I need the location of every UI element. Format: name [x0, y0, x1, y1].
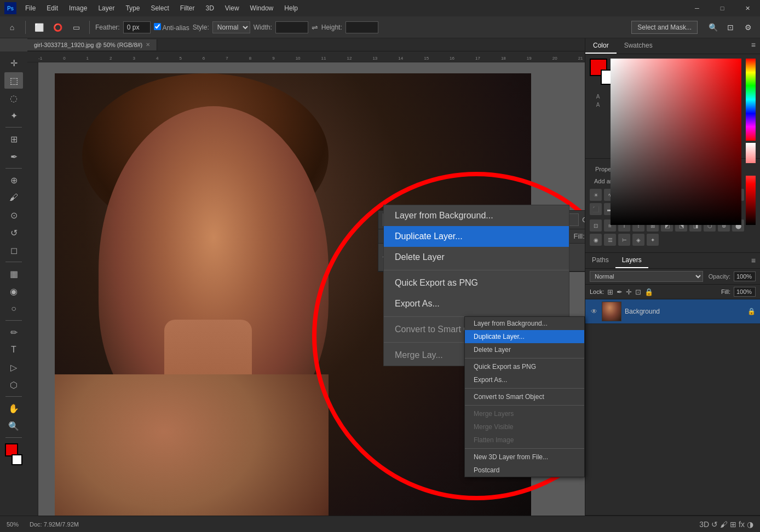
anti-alias-checkbox[interactable]	[154, 23, 161, 30]
ctx-duplicate-layer[interactable]: Duplicate Layer...	[465, 330, 584, 343]
tab-color[interactable]: Color	[585, 38, 617, 54]
menu-edit[interactable]: Edit	[42, 2, 62, 14]
menu-file[interactable]: File	[21, 2, 40, 14]
width-input[interactable]	[275, 21, 308, 33]
home-button[interactable]: ⌂	[4, 20, 20, 35]
lasso-tool[interactable]: ◌	[4, 90, 23, 106]
menu-window[interactable]: Window	[246, 2, 278, 14]
hue-bar[interactable]	[746, 59, 756, 141]
menu-type[interactable]: Type	[121, 2, 144, 14]
zoomed-delete-layer[interactable]: Delete Layer	[384, 247, 569, 268]
healing-brush-tool[interactable]: ⊕	[4, 172, 23, 188]
hand-tool[interactable]: ✋	[4, 400, 23, 417]
menu-filter[interactable]: Filter	[176, 2, 199, 14]
width-label: Width:	[254, 24, 272, 31]
crop-tool[interactable]: ⊞	[4, 131, 23, 147]
tab-swatches[interactable]: Swatches	[617, 38, 660, 54]
eraser-tool[interactable]: ◻	[4, 242, 23, 258]
lock-position-icon[interactable]: ✛	[626, 288, 632, 296]
ctx-layer-from-bg[interactable]: Layer from Background...	[465, 317, 584, 330]
move-tool[interactable]: ✛	[4, 55, 23, 71]
color-panel-menu[interactable]: ≡	[747, 38, 760, 54]
tool-presets-icon[interactable]: ⊞	[730, 520, 736, 529]
tab-paths[interactable]: Paths	[585, 253, 615, 268]
shape-tool[interactable]: ⬡	[4, 377, 23, 393]
lock-all-icon[interactable]: 🔒	[644, 288, 653, 296]
tab-layers[interactable]: Layers	[615, 253, 648, 268]
settings-button[interactable]: ⚙	[740, 20, 756, 35]
stamp-tool[interactable]: ⊙	[4, 207, 23, 223]
layers-blend-mode-select[interactable]: Normal	[590, 271, 703, 282]
marquee-rect-button[interactable]: ⬜	[31, 20, 47, 35]
arrange-button[interactable]: ⊡	[723, 20, 738, 35]
color-panel-tabs: Color Swatches ≡	[585, 38, 760, 54]
background-color[interactable]	[11, 454, 22, 465]
adj-icon-24[interactable]: ✦	[647, 234, 659, 246]
adjustments-icon[interactable]: ◑	[747, 520, 753, 529]
maximize-button[interactable]: □	[710, 0, 735, 16]
zoomed-layer-from-bg[interactable]: Layer from Background...	[384, 205, 569, 226]
ctx-quick-export[interactable]: Quick Export as PNG	[465, 360, 584, 373]
3d-icon[interactable]: 3D	[699, 520, 709, 529]
lock-paint-icon[interactable]: ✒	[617, 288, 623, 296]
brush-preset-icon[interactable]: 🖌	[720, 520, 728, 529]
dodge-tool[interactable]: ○	[4, 300, 23, 317]
brightness-adj-icon[interactable]: ☀	[590, 189, 602, 201]
background-layer-row[interactable]: 👁 Background 🔒	[585, 299, 760, 324]
path-selection-tool[interactable]: ▷	[4, 359, 23, 375]
adj-icon-23[interactable]: ◈	[632, 234, 644, 246]
color-picker-gradient[interactable]	[611, 59, 741, 225]
close-tab-icon[interactable]: ✕	[146, 42, 150, 48]
zoom-tool[interactable]: 🔍	[4, 418, 23, 434]
select-mask-button[interactable]: Select and Mask...	[631, 21, 698, 34]
ctx-export-as[interactable]: Export As...	[465, 373, 584, 386]
ctx-convert-smart[interactable]: Convert to Smart Object	[465, 390, 584, 403]
file-tab[interactable]: girl-3033718_1920.jpg @ 50% (RGB/8#) ✕	[27, 39, 157, 50]
ctx-delete-layer[interactable]: Delete Layer	[465, 343, 584, 356]
lock-artboard-icon[interactable]: ⊡	[635, 288, 641, 296]
lock-checkerboard-icon[interactable]: ⊞	[607, 288, 613, 296]
menu-layer[interactable]: Layer	[94, 2, 119, 14]
adj-icon-22[interactable]: ⊢	[618, 234, 630, 246]
fx-icon[interactable]: fx	[739, 520, 745, 529]
height-input[interactable]	[346, 21, 378, 33]
marquee-tool[interactable]: ⬚	[4, 72, 23, 89]
magic-wand-tool[interactable]: ✦	[4, 107, 23, 124]
minimize-button[interactable]: ─	[684, 0, 710, 16]
fill-input[interactable]	[734, 287, 756, 297]
menu-3d[interactable]: 3D	[201, 2, 218, 14]
blur-tool[interactable]: ◉	[4, 283, 23, 299]
zoomed-duplicate-layer[interactable]: Duplicate Layer...	[384, 226, 569, 247]
ctx-new-3d-layer[interactable]: New 3D Layer from File...	[465, 450, 584, 464]
layers-panel-menu[interactable]: ≡	[747, 253, 760, 268]
invert-adj-icon[interactable]: ⬛	[590, 203, 602, 215]
brush-tool[interactable]: 🖌	[4, 189, 23, 206]
adj-icon-21[interactable]: ☰	[604, 234, 616, 246]
opacity-input[interactable]	[734, 271, 756, 281]
adj-icon-20[interactable]: ◉	[590, 234, 602, 246]
menu-view[interactable]: View	[221, 2, 244, 14]
layer-visibility-eye[interactable]: 👁	[590, 307, 598, 316]
search-button[interactable]: 🔍	[705, 20, 721, 35]
text-tool[interactable]: T	[4, 342, 23, 358]
ctx-postcard[interactable]: Postcard	[465, 464, 584, 477]
pen-tool[interactable]: ✏	[4, 324, 23, 340]
marquee-round-button[interactable]: ⭕	[50, 20, 65, 35]
tool-separator-6	[5, 437, 22, 438]
menu-select[interactable]: Select	[146, 2, 173, 14]
style-select[interactable]: Normal	[212, 21, 250, 33]
zoomed-quick-export[interactable]: Quick Export as PNG	[384, 273, 569, 293]
menu-image[interactable]: Image	[65, 2, 91, 14]
marquee-row-button[interactable]: ▭	[68, 20, 84, 35]
zoomed-export-as[interactable]: Export As...	[384, 293, 569, 314]
eyedropper-tool[interactable]: ✒	[4, 148, 23, 165]
menu-help[interactable]: Help	[280, 2, 302, 14]
feather-input[interactable]	[123, 21, 151, 33]
color-info-text2: A	[590, 102, 606, 108]
history-brush-tool[interactable]: ↺	[4, 224, 23, 241]
gradient-tool[interactable]: ▦	[4, 265, 23, 282]
close-button[interactable]: ✕	[735, 0, 760, 16]
color-swatches[interactable]	[3, 443, 25, 465]
adj-icon-9[interactable]: ⊡	[590, 219, 602, 232]
history-icon[interactable]: ↺	[711, 520, 718, 529]
